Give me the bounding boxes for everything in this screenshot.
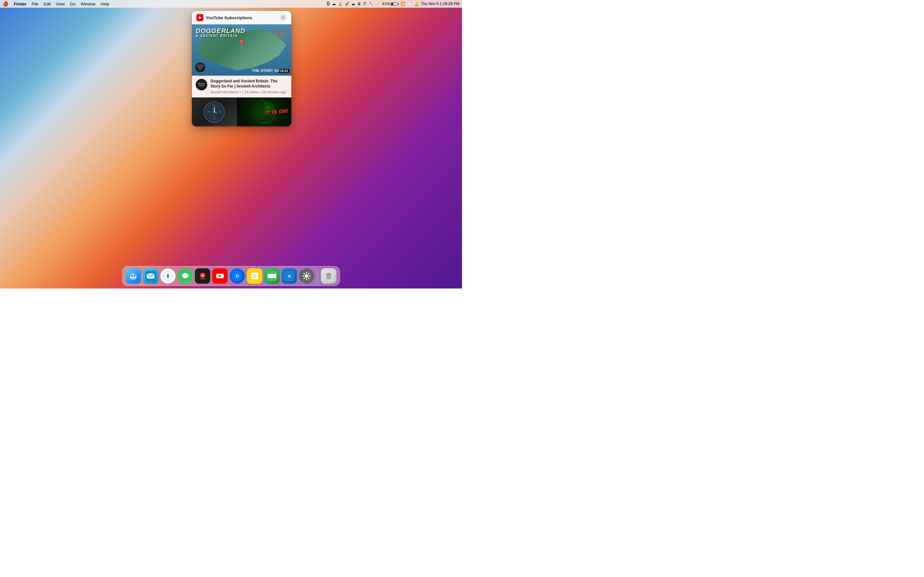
video1-info-row[interactable]: ANCIENTARCHS Doggerland and Ancient Brit… xyxy=(192,76,291,97)
dock-item-safari[interactable] xyxy=(160,268,176,284)
display-icon[interactable]: 🖥 xyxy=(357,2,361,6)
video1-thumbnail[interactable]: DOGGERLAND & ANCIENT BRITAIN 📍 ANCIENTAR… xyxy=(192,24,291,76)
artifact-image xyxy=(270,27,289,44)
trash-icon xyxy=(324,271,334,281)
widget-header: YouTube Subscriptions ↻ xyxy=(192,11,291,24)
video1-duration: 18:01 xyxy=(278,69,289,73)
clock-icon[interactable]: 🕐 xyxy=(407,2,412,6)
svg-rect-35 xyxy=(200,278,206,279)
cloud-icon[interactable]: ☁ xyxy=(351,2,355,6)
location-pin: 📍 xyxy=(237,40,246,49)
tools-icon[interactable]: 🔧 xyxy=(368,2,373,6)
menubar-edit[interactable]: Edit xyxy=(44,2,51,6)
notification-icon[interactable]: 🔔 xyxy=(414,2,419,6)
channel-avatar: ANCIENTARCHS xyxy=(196,79,207,90)
widget-title: YouTube Subscriptions xyxy=(206,15,252,20)
apple-menu[interactable]: 🍎 xyxy=(3,1,9,7)
svg-text:⚒: ⚒ xyxy=(288,274,291,278)
archive-icon[interactable]: 🗄 xyxy=(326,2,330,6)
video2-thumbnail[interactable]: IT IS ON! xyxy=(192,97,291,126)
radar-screen: IT IS ON! xyxy=(237,97,292,126)
finder-icon xyxy=(128,271,139,281)
battery-bar xyxy=(391,2,397,6)
menubar-app-name[interactable]: Finder xyxy=(14,2,27,6)
dock-item-dash[interactable]: D xyxy=(230,268,245,284)
mail-icon xyxy=(145,271,156,281)
dock: N D ⚒ xyxy=(122,266,340,286)
dock-item-notes[interactable] xyxy=(247,268,262,284)
dock-item-navi[interactable]: N xyxy=(195,268,210,284)
menubar-left: 🍎 Finder File Edit View Go Window Help xyxy=(3,1,109,7)
battery-percent-label: 41% xyxy=(382,2,390,6)
notes-icon xyxy=(250,271,260,281)
xcode-icon: ⚒ xyxy=(284,271,294,281)
dock-item-xcode[interactable]: ⚒ xyxy=(282,268,297,284)
menubar-file[interactable]: File xyxy=(32,2,39,6)
youtube-subscriptions-widget: YouTube Subscriptions ↻ DOGGERLAND & ANC… xyxy=(192,11,291,126)
svg-point-9 xyxy=(214,111,215,113)
menubar-go[interactable]: Go xyxy=(70,2,75,6)
svg-text:D: D xyxy=(236,274,239,279)
wifi-icon[interactable]: 📶 xyxy=(401,2,405,6)
svg-rect-63 xyxy=(326,274,331,275)
messages-icon xyxy=(180,271,191,281)
watch-area xyxy=(192,97,237,126)
refresh-button[interactable]: ↻ xyxy=(280,14,287,21)
svg-point-20 xyxy=(134,275,136,277)
dock-item-facetime[interactable] xyxy=(264,268,280,284)
menubar: 🍎 Finder File Edit View Go Window Help 🗄… xyxy=(0,0,462,8)
svg-point-18 xyxy=(130,274,137,279)
password-icon[interactable]: 🔒 xyxy=(338,2,342,6)
battery-tip xyxy=(398,3,399,5)
dash-icon: D xyxy=(232,271,242,281)
video1-channel-badge: ANCIENTARCHSCH xyxy=(195,62,205,73)
svg-rect-45 xyxy=(252,277,256,277)
dock-item-messages[interactable] xyxy=(178,268,193,284)
it-is-on-text: IT IS ON! xyxy=(265,108,289,115)
svg-point-15 xyxy=(268,107,269,108)
sysprefs-icon xyxy=(302,271,312,281)
dock-item-mail[interactable] xyxy=(143,268,158,284)
svg-point-19 xyxy=(131,275,133,277)
cloud-upload-icon[interactable]: ☁ xyxy=(332,2,336,6)
dock-item-finder[interactable] xyxy=(126,268,141,284)
menubar-help[interactable]: Help xyxy=(101,2,110,6)
svg-rect-47 xyxy=(268,274,274,278)
story-so-text: THE STORY SO xyxy=(252,69,280,73)
timer-icon[interactable]: ⏱ xyxy=(363,2,367,6)
svg-rect-44 xyxy=(252,276,257,276)
video1-title: Doggerland and Ancient Britain: The Stor… xyxy=(210,79,288,89)
menubar-view[interactable]: View xyxy=(56,2,65,6)
svg-point-22 xyxy=(135,275,136,276)
svg-rect-43 xyxy=(252,274,257,275)
menubar-right: 🗄 ☁ 🔒 🚀 ☁ 🖥 ⏱ 🔧 ⚡ 41% 📶 🕐 🔔 Thu Nov 5 1:… xyxy=(326,2,459,6)
rocket-icon[interactable]: 🚀 xyxy=(344,2,349,6)
video2-bg: IT IS ON! xyxy=(192,97,291,126)
battery-fill xyxy=(391,3,393,5)
svg-point-52 xyxy=(305,274,309,277)
svg-text:N: N xyxy=(202,274,204,277)
video1-meta: Ancient Architects • 1.2K views • 26 min… xyxy=(210,90,288,94)
video1-details: Doggerland and Ancient Britain: The Stor… xyxy=(210,79,288,94)
menubar-window[interactable]: Window xyxy=(81,2,95,6)
svg-point-30 xyxy=(182,273,189,278)
widget-header-left: YouTube Subscriptions xyxy=(196,14,252,21)
dock-item-sysprefs[interactable] xyxy=(299,268,314,284)
navi-icon: N xyxy=(198,271,208,281)
bluetooth-icon[interactable]: ⚡ xyxy=(375,2,380,6)
dock-item-youtube[interactable] xyxy=(212,268,228,284)
dock-item-trash[interactable] xyxy=(321,268,336,284)
datetime-label: Thu Nov 5 1:28:28 PM xyxy=(421,2,459,6)
battery-indicator: 41% xyxy=(382,2,399,6)
svg-rect-64 xyxy=(328,273,330,274)
svg-point-16 xyxy=(260,115,262,116)
watch-face xyxy=(206,104,222,120)
facetime-icon xyxy=(267,271,277,281)
youtube-icon xyxy=(196,14,204,21)
dock-divider xyxy=(318,271,318,284)
watch-circle xyxy=(204,102,225,122)
svg-point-21 xyxy=(132,275,133,276)
safari-icon xyxy=(163,271,173,281)
youtube-dock-icon xyxy=(215,271,225,281)
